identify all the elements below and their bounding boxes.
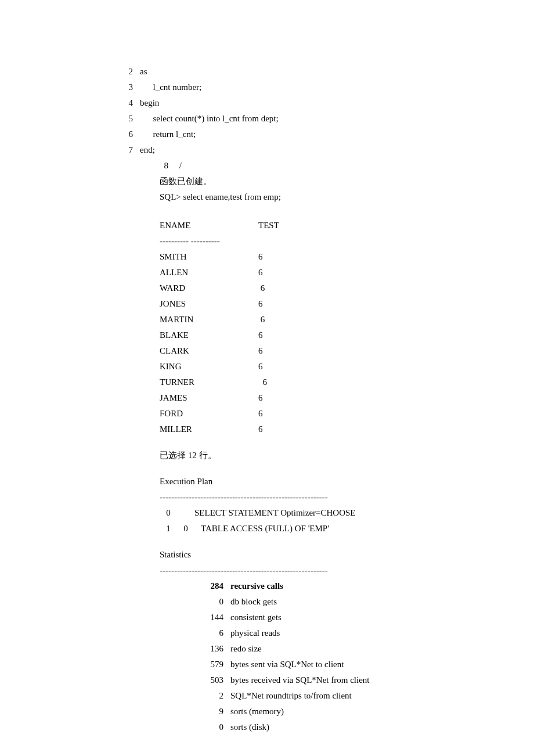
sql-prompt-line: SQL> select ename,test from emp; [160,189,464,205]
plsql-code-block: 2 as 3 l_cnt number; 4 begin 5 select co… [160,64,464,158]
cell-test: 6 [258,375,267,390]
stat-label: bytes received via SQL*Net from client [230,672,370,688]
header-test: TEST [258,218,279,233]
code-line: 6 return l_cnt; [119,127,464,142]
statistics-row: 0db block gets [160,594,464,610]
cell-ename: BLAKE [160,327,258,343]
slash-terminator-line: 8 / [160,158,464,174]
stat-value: 9 [160,704,223,719]
statistics-row: 9sorts (memory) [160,704,464,719]
cell-ename: CLARK [160,343,258,359]
code-line: 2 as [119,64,464,80]
stat-label: sorts (memory) [230,704,284,719]
stat-value: 0 [160,719,223,735]
cell-test: 6 [258,343,263,359]
cell-ename: SMITH [160,249,258,265]
stat-value: 144 [160,610,223,625]
statistics-row: 579bytes sent via SQL*Net to client [160,657,464,672]
stat-value: 2 [160,688,223,704]
statistics-row: 0sorts (disk) [160,719,464,735]
execution-plan-section: Execution Plan -------------------------… [160,474,464,537]
statistics-title: Statistics [160,547,464,563]
code-line: 3 l_cnt number; [119,80,464,95]
table-row: BLAKE6 [160,327,464,343]
stat-label: sorts (disk) [230,719,269,735]
cell-test: 6 [258,280,265,296]
stat-label: consistent gets [230,610,282,625]
document-page: 2 as 3 l_cnt number; 4 begin 5 select co… [0,0,534,756]
code-line: 5 select count(*) into l_cnt from dept; [119,111,464,127]
table-row: MILLER6 [160,422,464,437]
table-row: SMITH6 [160,249,464,265]
table-row: MARTIN 6 [160,312,464,327]
table-row: ALLEN6 [160,265,464,280]
table-row: JONES6 [160,296,464,312]
cell-ename: FORD [160,406,258,422]
header-ename: ENAME [160,218,258,233]
stat-label: physical reads [230,625,280,641]
line-number: 5 [119,111,133,127]
table-row: FORD6 [160,406,464,422]
execution-plan-title: Execution Plan [160,474,464,489]
line-number: 7 [119,142,133,158]
cell-ename: JAMES [160,390,258,406]
table-row: WARD 6 [160,280,464,296]
cell-test: 6 [258,406,263,422]
table-header-row: ENAME TEST [160,218,464,233]
statistics-row: 6physical reads [160,625,464,641]
cell-ename: TURNER [160,375,258,390]
line-number: 4 [119,95,133,111]
statistics-section: Statistics -----------------------------… [160,547,464,735]
code-line: 4 begin [119,95,464,111]
stat-label: bytes sent via SQL*Net to client [230,657,344,672]
statistics-row: 136redo size [160,641,464,657]
line-text: end; [140,142,155,158]
cell-test: 6 [258,390,263,406]
post-code-block: 8 / 函数已创建。 SQL> select ename,test from e… [160,158,464,205]
cell-ename: JONES [160,296,258,312]
cell-ename: MILLER [160,422,258,437]
stat-label: db block gets [230,594,277,610]
stat-value: 6 [160,625,223,641]
line-number: 3 [119,80,133,95]
statistics-row: 284recursive calls [160,578,464,594]
cell-test: 6 [258,327,263,343]
cell-ename: WARD [160,280,258,296]
result-table: ENAME TEST ---------- ---------- SMITH6 … [160,218,464,437]
code-line: 7 end; [119,142,464,158]
statistics-row: 2SQL*Net roundtrips to/from client [160,688,464,704]
cell-ename: KING [160,359,258,375]
cell-test: 6 [258,296,263,312]
cell-test: 6 [258,265,263,280]
line-text: l_cnt number; [140,80,201,95]
stat-value: 284 [160,578,223,594]
line-number: 2 [119,64,133,80]
stat-value: 0 [160,594,223,610]
line-number: 6 [119,127,133,142]
cell-test: 6 [258,359,263,375]
stat-value: 503 [160,672,223,688]
cell-ename: MARTIN [160,312,258,327]
execution-plan-divider: ----------------------------------------… [160,489,464,505]
execution-plan-line: 1 0 TABLE ACCESS (FULL) OF 'EMP' [160,521,464,537]
table-row: CLARK6 [160,343,464,359]
line-text: begin [140,95,159,111]
statistics-row: 144consistent gets [160,610,464,625]
stat-label: recursive calls [230,578,283,594]
cell-test: 6 [258,312,265,327]
stat-value: 136 [160,641,223,657]
statistics-divider: ----------------------------------------… [160,563,464,578]
execution-plan-line: 0 SELECT STATEMENT Optimizer=CHOOSE [160,505,464,521]
line-text: select count(*) into l_cnt from dept; [140,111,279,127]
cell-test: 6 [258,249,263,265]
table-row: JAMES6 [160,390,464,406]
stat-label: redo size [230,641,262,657]
statistics-row: 503bytes received via SQL*Net from clien… [160,672,464,688]
stat-value: 579 [160,657,223,672]
line-text: as [140,64,147,80]
stat-label: SQL*Net roundtrips to/from client [230,688,352,704]
function-created-message: 函数已创建。 [160,174,464,189]
table-row: TURNER 6 [160,375,464,390]
line-text: return l_cnt; [140,127,196,142]
cell-ename: ALLEN [160,265,258,280]
